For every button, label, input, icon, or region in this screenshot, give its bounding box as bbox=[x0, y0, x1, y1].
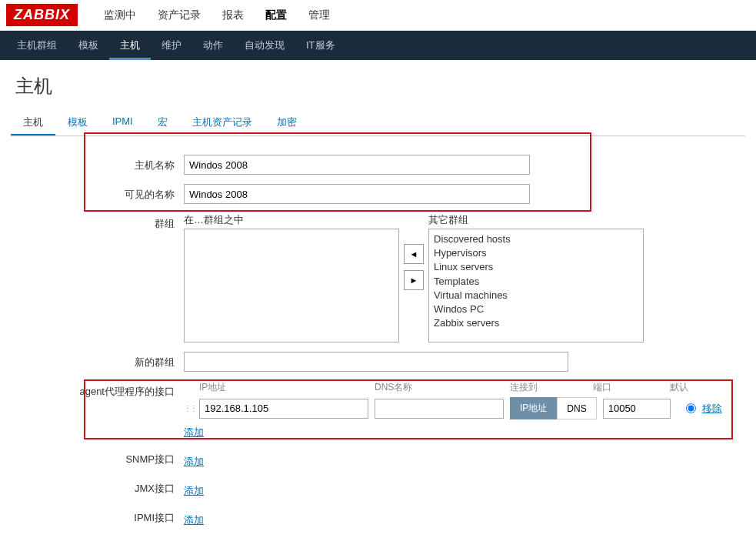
connect-dns-button[interactable]: DNS bbox=[557, 397, 596, 419]
subnav-hosts[interactable]: 主机 bbox=[109, 31, 151, 60]
logo[interactable]: ZABBIX bbox=[6, 4, 78, 26]
config-tabs: 主机 模板 IPMI 宏 主机资产记录 加密 bbox=[11, 109, 745, 136]
move-right-button[interactable]: ► bbox=[404, 270, 424, 290]
visiblename-input[interactable] bbox=[184, 184, 530, 204]
tab-macros[interactable]: 宏 bbox=[145, 109, 180, 135]
othergroups-listbox[interactable]: Discovered hostsHypervisorsLinux servers… bbox=[428, 229, 644, 342]
group-option[interactable]: Virtual machines bbox=[434, 289, 638, 302]
remove-iface-link[interactable]: 移除 bbox=[702, 402, 722, 416]
content: 主机 模板 IPMI 宏 主机资产记录 加密 主机名称 可见的名称 群组 在…群… bbox=[0, 109, 756, 558]
visiblename-label: 可见的名称 bbox=[11, 184, 184, 202]
subnav-discovery[interactable]: 自动发现 bbox=[234, 31, 295, 60]
hostname-input[interactable] bbox=[184, 155, 530, 175]
page-title: 主机 bbox=[0, 60, 756, 109]
group-option[interactable]: Hypervisors bbox=[434, 246, 638, 260]
agent-iface-label: agent代理程序的接口 bbox=[11, 381, 184, 399]
tab-ipmi[interactable]: IPMI bbox=[100, 109, 145, 135]
group-option[interactable]: Linux servers bbox=[434, 260, 638, 274]
default-iface-radio[interactable] bbox=[686, 403, 696, 413]
subnav-maintenance[interactable]: 维护 bbox=[151, 31, 192, 60]
subnav-templates[interactable]: 模板 bbox=[68, 31, 109, 60]
iface-header-connect: 连接到 bbox=[510, 381, 593, 394]
subnav-hostgroups[interactable]: 主机群组 bbox=[6, 31, 68, 60]
group-option[interactable]: Windos PC bbox=[434, 302, 638, 316]
agent-dns-input[interactable] bbox=[375, 399, 504, 419]
group-option[interactable]: Templates bbox=[434, 275, 638, 289]
add-ipmi-iface-link[interactable]: 添加 bbox=[184, 513, 204, 527]
connect-to-toggle: IP地址 DNS bbox=[510, 397, 597, 419]
add-agent-iface-link[interactable]: 添加 bbox=[184, 426, 204, 439]
topnav-reports[interactable]: 报表 bbox=[211, 1, 255, 30]
move-left-button[interactable]: ◄ bbox=[404, 244, 424, 264]
hostname-label: 主机名称 bbox=[11, 155, 184, 172]
topnav-monitoring[interactable]: 监测中 bbox=[93, 1, 147, 30]
groups-label: 群组 bbox=[11, 213, 184, 231]
subnav-actions[interactable]: 动作 bbox=[192, 31, 234, 60]
drag-handle-icon[interactable]: ⋮⋮ bbox=[184, 404, 193, 413]
top-nav: 监测中 资产记录 报表 配置 管理 bbox=[93, 1, 341, 30]
tab-inventory[interactable]: 主机资产记录 bbox=[180, 109, 265, 135]
group-option[interactable]: Discovered hosts bbox=[434, 232, 638, 246]
othergroups-header: 其它群组 bbox=[428, 213, 644, 227]
topnav-inventory[interactable]: 资产记录 bbox=[147, 1, 211, 30]
topbar: ZABBIX 监测中 资产记录 报表 配置 管理 bbox=[0, 0, 756, 31]
connect-ip-button[interactable]: IP地址 bbox=[510, 397, 557, 419]
subnav-itservices[interactable]: IT服务 bbox=[295, 31, 346, 60]
add-snmp-iface-link[interactable]: 添加 bbox=[184, 455, 204, 469]
ingroups-header: 在…群组之中 bbox=[184, 213, 399, 227]
group-option[interactable]: Zabbix servers bbox=[434, 316, 638, 330]
iface-header-ip: IP地址 bbox=[199, 381, 375, 394]
tab-templates[interactable]: 模板 bbox=[55, 109, 100, 135]
topnav-admin[interactable]: 管理 bbox=[298, 1, 341, 30]
add-jmx-iface-link[interactable]: 添加 bbox=[184, 484, 204, 498]
snmp-iface-label: SNMP接口 bbox=[11, 449, 184, 466]
form-area: 主机名称 可见的名称 群组 在…群组之中 ◄ ► bbox=[11, 136, 745, 527]
iface-header-dns: DNS名称 bbox=[375, 381, 510, 394]
agent-ip-input[interactable] bbox=[199, 399, 368, 419]
iface-header-default: 默认 bbox=[670, 381, 688, 394]
ipmi-iface-label: IPMI接口 bbox=[11, 507, 184, 525]
ingroups-listbox[interactable] bbox=[184, 229, 399, 342]
agent-port-input[interactable] bbox=[603, 399, 671, 419]
sub-nav: 主机群组 模板 主机 维护 动作 自动发现 IT服务 bbox=[0, 31, 756, 60]
newgroup-input[interactable] bbox=[184, 352, 568, 372]
topnav-configuration[interactable]: 配置 bbox=[255, 1, 298, 30]
tab-encryption[interactable]: 加密 bbox=[265, 109, 309, 135]
jmx-iface-label: JMX接口 bbox=[11, 478, 184, 496]
tab-host[interactable]: 主机 bbox=[11, 109, 55, 135]
iface-header-port: 端口 bbox=[593, 381, 670, 394]
newgroup-label: 新的群组 bbox=[11, 352, 184, 369]
